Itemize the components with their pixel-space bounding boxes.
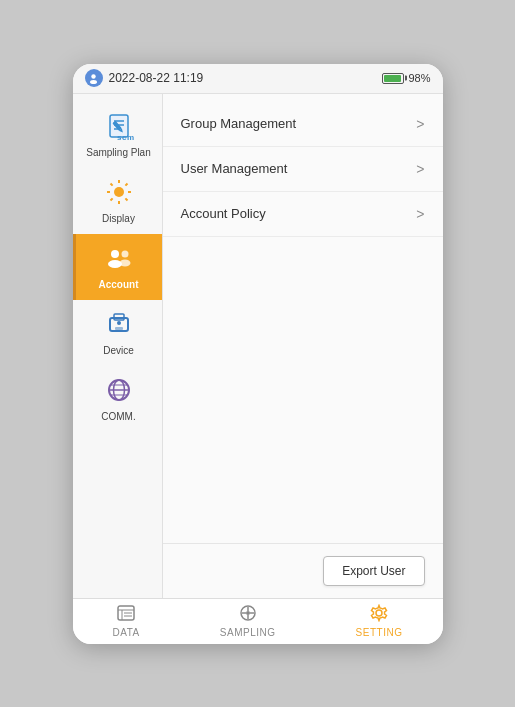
menu-item-user-management-label: User Management — [181, 161, 288, 176]
status-bar-left: 2022-08-22 11:19 — [85, 69, 204, 87]
menu-item-user-management[interactable]: User Management > — [163, 147, 443, 192]
sidebar-item-sampling-plan[interactable]: scm Sampling Plan — [73, 98, 162, 168]
svg-line-16 — [110, 198, 112, 200]
bottom-nav-data[interactable]: DATA — [101, 600, 152, 642]
svg-point-20 — [119, 259, 130, 266]
menu-list: Group Management > User Management > Acc… — [163, 94, 443, 543]
bottom-nav-data-label: DATA — [113, 627, 140, 638]
device-icon — [105, 310, 133, 342]
svg-rect-23 — [115, 327, 123, 330]
bottom-nav: DATA SAMPLING SE — [73, 598, 443, 644]
sidebar-item-device[interactable]: Device — [73, 300, 162, 366]
battery-icon — [382, 73, 404, 84]
svg-point-40 — [246, 611, 250, 615]
svg-line-15 — [125, 183, 127, 185]
export-user-button[interactable]: Export User — [323, 556, 424, 586]
device-frame: 2022-08-22 11:19 98% — [73, 64, 443, 644]
menu-item-group-management[interactable]: Group Management > — [163, 102, 443, 147]
menu-item-account-policy-label: Account Policy — [181, 206, 266, 221]
setting-nav-icon — [370, 604, 388, 626]
menu-item-account-policy[interactable]: Account Policy > — [163, 192, 443, 237]
sidebar-item-comm[interactable]: COMM. — [73, 366, 162, 432]
export-area: Export User — [163, 543, 443, 598]
bottom-nav-setting-label: SETTING — [356, 627, 403, 638]
menu-item-group-management-arrow: > — [416, 116, 424, 132]
menu-item-group-management-label: Group Management — [181, 116, 297, 131]
sidebar-item-account-label: Account — [99, 279, 139, 290]
sampling-nav-icon — [239, 604, 257, 626]
svg-point-0 — [91, 74, 95, 78]
menu-item-account-policy-arrow: > — [416, 206, 424, 222]
svg-line-14 — [125, 198, 127, 200]
sidebar-item-comm-label: COMM. — [101, 411, 135, 422]
scm-icon-wrap: scm — [101, 108, 137, 144]
sidebar-item-device-label: Device — [103, 345, 134, 356]
active-indicator — [159, 234, 162, 300]
sidebar-item-sampling-plan-label: Sampling Plan — [86, 147, 150, 158]
bottom-nav-setting[interactable]: SETTING — [344, 600, 415, 642]
comm-icon — [105, 376, 133, 408]
battery-body — [382, 73, 404, 84]
main-content: scm Sampling Plan — [73, 94, 443, 598]
svg-line-13 — [110, 183, 112, 185]
scm-label: scm — [117, 133, 135, 142]
svg-point-8 — [114, 187, 124, 197]
bottom-nav-sampling-label: SAMPLING — [220, 627, 276, 638]
right-panel: Group Management > User Management > Acc… — [163, 94, 443, 598]
svg-point-24 — [117, 321, 121, 325]
sidebar-item-display[interactable]: Display — [73, 168, 162, 234]
sidebar-item-display-label: Display — [102, 213, 135, 224]
user-avatar-icon — [85, 69, 103, 87]
battery-fill — [384, 75, 400, 82]
menu-item-user-management-arrow: > — [416, 161, 424, 177]
svg-point-41 — [376, 610, 382, 616]
status-bar: 2022-08-22 11:19 98% — [73, 64, 443, 94]
account-icon — [105, 244, 133, 276]
bottom-nav-sampling[interactable]: SAMPLING — [208, 600, 288, 642]
sidebar-item-account[interactable]: Account — [73, 234, 162, 300]
status-time: 2022-08-22 11:19 — [109, 71, 204, 85]
data-nav-icon — [117, 604, 135, 626]
svg-point-1 — [90, 80, 97, 84]
svg-point-19 — [121, 250, 128, 257]
display-icon — [105, 178, 133, 210]
svg-point-17 — [111, 250, 119, 258]
sidebar: scm Sampling Plan — [73, 94, 163, 598]
battery-percentage: 98% — [408, 72, 430, 84]
status-bar-right: 98% — [382, 72, 430, 84]
